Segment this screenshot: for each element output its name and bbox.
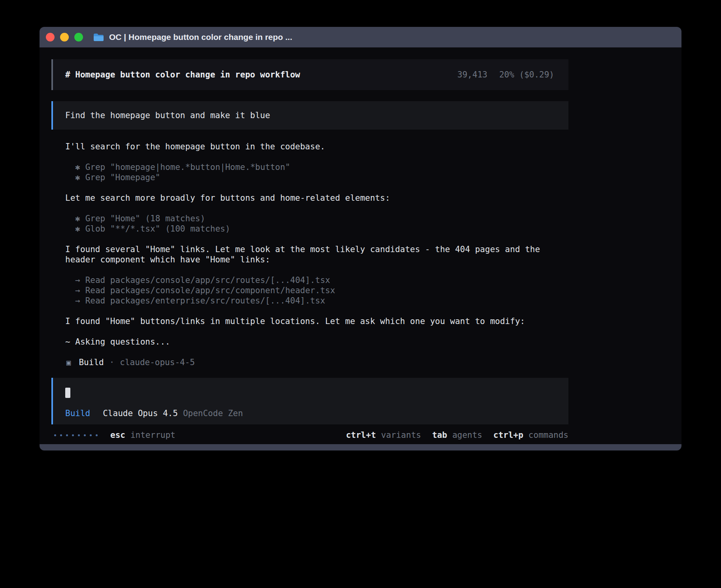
input-provider: OpenCode Zen: [183, 409, 243, 418]
tui-column: # Homepage button color change in repo w…: [51, 59, 568, 440]
agent-status: ▣ Build · claude-opus-4-5: [51, 357, 568, 368]
hint-label: variants: [381, 430, 421, 440]
window-title: OC | Homepage button color change in rep…: [109, 32, 292, 42]
hint-key: tab: [432, 430, 447, 440]
read-call: →Read packages/console/app/src/component…: [75, 285, 568, 296]
assistant-text-line: Let me search more broadly for buttons a…: [65, 193, 568, 203]
hint-commands: ctrl+p commands: [493, 430, 568, 440]
tool-asterisk-icon: ✱: [75, 173, 80, 182]
hint-label: interrupt: [130, 430, 176, 440]
assistant-text-line: I found several "Home" links. Let me loo…: [65, 244, 568, 265]
text-cursor: [65, 388, 70, 398]
read-call: →Read packages/console/app/src/routes/[.…: [75, 275, 568, 285]
read-arrow-icon: →: [75, 286, 80, 295]
tool-call-group: ✱Grep "Home" (18 matches) ✱Glob "**/*.ts…: [51, 213, 568, 234]
asking-questions-status: ~ Asking questions...: [65, 337, 568, 347]
tool-asterisk-icon: ✱: [75, 214, 80, 223]
prompt-input[interactable]: BuildClaude Opus 4.5OpenCode Zen: [51, 378, 568, 424]
read-call-text: Read packages/console/app/src/component/…: [85, 286, 335, 295]
read-call-group: →Read packages/console/app/src/routes/[.…: [51, 275, 568, 306]
hint-variants: ctrl+t variants: [346, 430, 421, 440]
status-bar-right: ctrl+t variants tab agents ctrl+p comman…: [335, 430, 568, 440]
assistant-text: I found several "Home" links. Let me loo…: [51, 244, 568, 265]
tool-call-text: Glob "**/*.tsx" (100 matches): [85, 224, 230, 234]
hint-label: agents: [452, 430, 482, 440]
session-header: # Homepage button color change in repo w…: [51, 59, 568, 90]
tool-call-text: Grep "Home" (18 matches): [85, 214, 205, 223]
tool-call: ✱Grep "homepage|home.*button|Home.*butto…: [75, 162, 568, 172]
zoom-button[interactable]: [74, 33, 83, 41]
read-call-text: Read packages/console/app/src/routes/[..…: [85, 275, 330, 285]
user-message-text: Find the homepage button and make it blu…: [65, 111, 270, 120]
token-count: 39,413: [457, 70, 487, 80]
assistant-text: Let me search more broadly for buttons a…: [51, 193, 568, 203]
spinner-dots-icon: [54, 434, 98, 436]
status-bar: esc interrupt ctrl+t variants tab agents: [51, 430, 568, 440]
read-call: →Read packages/enterprise/src/routes/[..…: [75, 296, 568, 306]
assistant-text: I found "Home" buttons/links in multiple…: [51, 316, 568, 326]
tool-call-group: ✱Grep "homepage|home.*button|Home.*butto…: [51, 162, 568, 183]
agent-name: Build: [79, 357, 104, 368]
input-model: Claude Opus 4.5: [103, 409, 178, 418]
hint-key: ctrl+p: [493, 430, 523, 440]
input-mode-line: BuildClaude Opus 4.5OpenCode Zen: [65, 408, 556, 418]
agent-square-icon: ▣: [66, 357, 71, 368]
read-call-text: Read packages/enterprise/src/routes/[...…: [85, 296, 325, 305]
close-button[interactable]: [46, 33, 55, 41]
tool-asterisk-icon: ✱: [75, 224, 80, 234]
assistant-text-line: I found "Home" buttons/links in multiple…: [65, 316, 568, 326]
hint-interrupt: esc interrupt: [110, 430, 176, 440]
terminal-window: OC | Homepage button color change in rep…: [40, 27, 681, 450]
context-usage: 20% ($0.29): [499, 70, 554, 80]
input-mode: Build: [65, 409, 90, 418]
session-stats: 39,413 20% ($0.29): [457, 70, 554, 80]
hint-key: esc: [110, 430, 125, 440]
hint-key: ctrl+t: [346, 430, 376, 440]
assistant-status: ~ Asking questions...: [51, 337, 568, 347]
traffic-lights: [46, 33, 83, 41]
read-arrow-icon: →: [75, 275, 80, 285]
tool-call-text: Grep "homepage|home.*button|Home.*button…: [85, 162, 290, 172]
tool-call: ✱Grep "Homepage": [75, 172, 568, 183]
agent-separator: ·: [109, 357, 115, 368]
tool-call: ✱Grep "Home" (18 matches): [75, 213, 568, 224]
desktop: OC | Homepage button color change in rep…: [0, 0, 721, 588]
read-arrow-icon: →: [75, 296, 80, 305]
titlebar: OC | Homepage button color change in rep…: [40, 27, 681, 47]
terminal-content: # Homepage button color change in repo w…: [40, 47, 681, 444]
user-message: Find the homepage button and make it blu…: [51, 101, 568, 130]
tool-call: ✱Glob "**/*.tsx" (100 matches): [75, 224, 568, 234]
minimize-button[interactable]: [60, 33, 69, 41]
agent-model: claude-opus-4-5: [120, 357, 195, 368]
tool-asterisk-icon: ✱: [75, 162, 80, 172]
session-title: # Homepage button color change in repo w…: [65, 70, 300, 80]
tool-call-text: Grep "Homepage": [85, 173, 160, 182]
assistant-text: I'll search for the homepage button in t…: [51, 141, 568, 152]
hint-label: commands: [528, 430, 568, 440]
folder-icon: [93, 33, 104, 41]
hint-agents: tab agents: [432, 430, 482, 440]
assistant-text-line: I'll search for the homepage button in t…: [65, 141, 568, 152]
